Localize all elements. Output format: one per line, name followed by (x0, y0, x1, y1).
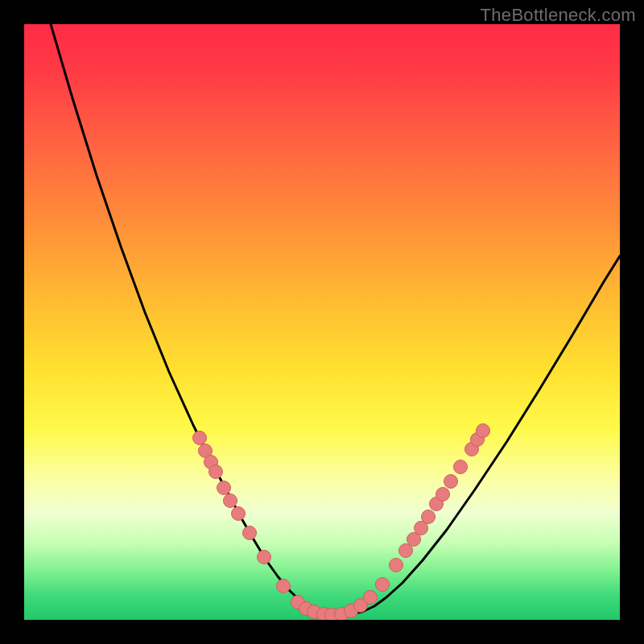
watermark-text: TheBottleneck.com (481, 5, 636, 26)
data-point (364, 591, 378, 605)
data-point (436, 488, 450, 502)
data-point (444, 475, 458, 489)
data-point (224, 494, 237, 508)
data-point (390, 559, 403, 572)
chart-container: TheBottleneck.com (0, 0, 644, 644)
chart-svg (24, 24, 620, 620)
data-point (243, 526, 257, 540)
data-point (454, 460, 468, 474)
data-point (376, 578, 390, 592)
data-point (258, 551, 271, 564)
data-point (422, 510, 436, 524)
data-point (217, 481, 231, 495)
data-point (399, 544, 413, 558)
data-point (277, 580, 291, 593)
data-points-layer (193, 424, 490, 621)
data-point (232, 507, 246, 521)
data-point (209, 465, 223, 479)
data-point (477, 424, 490, 438)
curve-layer (51, 24, 620, 615)
bottleneck-curve (51, 24, 620, 615)
plot-area (24, 24, 620, 620)
data-point (193, 431, 207, 445)
